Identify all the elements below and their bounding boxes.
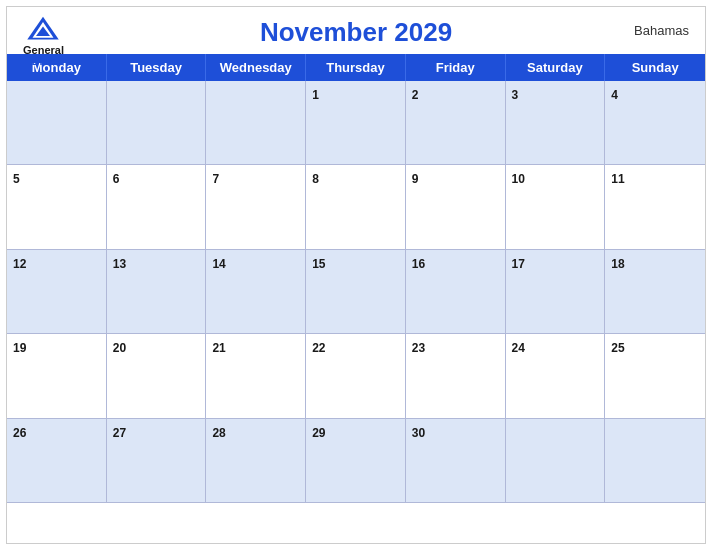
day-number: 18 — [611, 257, 624, 271]
day-number: 11 — [611, 172, 624, 186]
day-number: 21 — [212, 341, 225, 355]
calendar-cell: 12 — [7, 250, 107, 334]
day-number: 14 — [212, 257, 225, 271]
calendar-cell — [107, 81, 207, 165]
calendar-cell: 7 — [206, 165, 306, 249]
day-number: 5 — [13, 172, 20, 186]
calendar-cell: 13 — [107, 250, 207, 334]
header-sunday: Sunday — [605, 54, 705, 81]
calendar-cell: 4 — [605, 81, 705, 165]
day-number: 30 — [412, 426, 425, 440]
calendar-cell: 10 — [506, 165, 606, 249]
calendar-cell: 11 — [605, 165, 705, 249]
calendar-cell: 3 — [506, 81, 606, 165]
calendar-cell: 9 — [406, 165, 506, 249]
calendar-cell: 26 — [7, 419, 107, 503]
calendar-cell — [605, 419, 705, 503]
calendar-cell: 21 — [206, 334, 306, 418]
day-number: 27 — [113, 426, 126, 440]
day-number: 25 — [611, 341, 624, 355]
day-number: 2 — [412, 88, 419, 102]
day-number: 22 — [312, 341, 325, 355]
calendar-cell: 1 — [306, 81, 406, 165]
calendar-grid: 1234567891011121314151617181920212223242… — [7, 81, 705, 503]
day-number: 12 — [13, 257, 26, 271]
calendar-cell: 14 — [206, 250, 306, 334]
day-number: 28 — [212, 426, 225, 440]
logo-blue-text: Blue — [32, 56, 56, 67]
calendar-cell: 2 — [406, 81, 506, 165]
calendar-cell: 20 — [107, 334, 207, 418]
header-thursday: Thursday — [306, 54, 406, 81]
header-friday: Friday — [406, 54, 506, 81]
day-number: 19 — [13, 341, 26, 355]
day-number: 26 — [13, 426, 26, 440]
day-number: 24 — [512, 341, 525, 355]
calendar-cell: 24 — [506, 334, 606, 418]
day-number: 15 — [312, 257, 325, 271]
month-title: November 2029 — [260, 17, 452, 48]
day-number: 29 — [312, 426, 325, 440]
calendar-cell: 5 — [7, 165, 107, 249]
country-label: Bahamas — [634, 23, 689, 38]
calendar-cell: 6 — [107, 165, 207, 249]
day-number: 10 — [512, 172, 525, 186]
day-number: 13 — [113, 257, 126, 271]
day-number: 16 — [412, 257, 425, 271]
calendar-cell: 28 — [206, 419, 306, 503]
calendar: General Blue November 2029 Bahamas Monda… — [6, 6, 706, 544]
header-saturday: Saturday — [506, 54, 606, 81]
calendar-cell: 25 — [605, 334, 705, 418]
day-number: 3 — [512, 88, 519, 102]
day-number: 4 — [611, 88, 618, 102]
day-number: 20 — [113, 341, 126, 355]
calendar-header: General Blue November 2029 Bahamas — [7, 7, 705, 54]
calendar-cell: 27 — [107, 419, 207, 503]
day-number: 6 — [113, 172, 120, 186]
day-number: 7 — [212, 172, 219, 186]
logo-icon — [25, 15, 61, 43]
day-number: 17 — [512, 257, 525, 271]
day-number: 8 — [312, 172, 319, 186]
calendar-cell: 22 — [306, 334, 406, 418]
calendar-cell — [206, 81, 306, 165]
calendar-cell: 8 — [306, 165, 406, 249]
day-number: 23 — [412, 341, 425, 355]
calendar-cell: 30 — [406, 419, 506, 503]
calendar-cell: 19 — [7, 334, 107, 418]
day-number: 9 — [412, 172, 419, 186]
calendar-cell — [506, 419, 606, 503]
header-wednesday: Wednesday — [206, 54, 306, 81]
calendar-cell: 17 — [506, 250, 606, 334]
calendar-cell: 29 — [306, 419, 406, 503]
calendar-cell: 18 — [605, 250, 705, 334]
day-number: 1 — [312, 88, 319, 102]
logo: General Blue — [23, 15, 64, 67]
calendar-cell: 15 — [306, 250, 406, 334]
calendar-cell — [7, 81, 107, 165]
header-tuesday: Tuesday — [107, 54, 207, 81]
calendar-cell: 23 — [406, 334, 506, 418]
day-headers: Monday Tuesday Wednesday Thursday Friday… — [7, 54, 705, 81]
calendar-cell: 16 — [406, 250, 506, 334]
